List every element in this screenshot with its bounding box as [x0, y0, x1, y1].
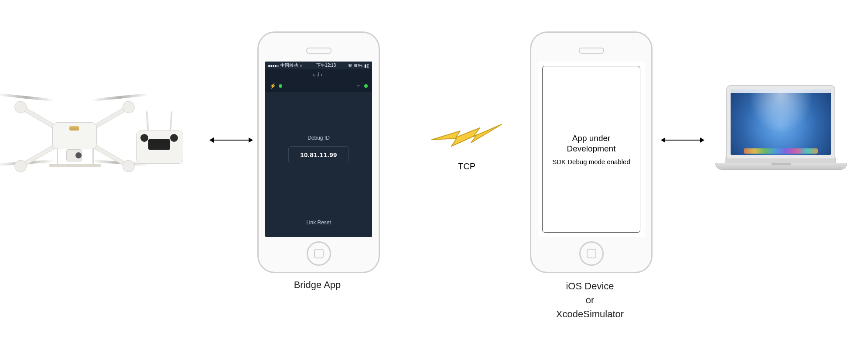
tcp-label: TCP [458, 161, 475, 172]
architecture-diagram: ●●●●○ 中国移动 ᯤ 下午12:13 ⚒ 80% ▮▯ cĴı ⚡ ᯤ [0, 0, 868, 357]
ios-caption-line2: or [530, 293, 650, 307]
phone-earpiece [306, 48, 331, 54]
signal-dots: ●●●●○ [268, 63, 279, 68]
lightning-icon [430, 116, 504, 155]
bluetooth-icon: ⚒ [348, 63, 352, 68]
dji-brand-bar: cĴı [265, 69, 372, 80]
macos-menubar [731, 89, 831, 93]
home-button[interactable] [307, 241, 331, 266]
usb-icon: ⚡ [270, 83, 276, 89]
macos-dock [744, 148, 818, 154]
macbook-icon [715, 85, 846, 170]
status-dot-icon [364, 84, 368, 88]
arrow-drone-bridge [214, 140, 249, 141]
phone-earpiece [579, 48, 604, 54]
bridge-phone: ●●●●○ 中国移动 ᯤ 下午12:13 ⚒ 80% ▮▯ cĴı ⚡ ᯤ [257, 31, 380, 273]
wifi-indicator: ᯤ [356, 83, 368, 89]
bridge-caption: Bridge App [257, 279, 377, 291]
wifi-icon: ᯤ [356, 83, 362, 89]
ios-caption: iOS Device or XcodeSimulator [530, 279, 650, 321]
connection-indicator-bar: ⚡ ᯤ [265, 80, 372, 92]
status-time: 下午12:13 [316, 62, 336, 69]
battery-icon: ▮▯ [364, 63, 369, 68]
ios-caption-line1: iOS Device [530, 279, 650, 293]
link-reset-button[interactable]: Link Reset [265, 220, 372, 226]
battery-pct: 80% [354, 63, 362, 68]
ios-status-bar: ●●●●○ 中国移动 ᯤ 下午12:13 ⚒ 80% ▮▯ [265, 62, 372, 69]
wifi-icon: ᯤ [300, 63, 304, 68]
dev-app-subtitle: SDK Debug mode enabled [552, 158, 630, 165]
remote-controller-icon [131, 111, 188, 168]
usb-indicator: ⚡ [270, 83, 282, 89]
dev-phone: App under Development SDK Debug mode ena… [530, 31, 653, 273]
carrier-label: 中国移动 [280, 62, 298, 69]
svg-marker-0 [432, 124, 502, 146]
ios-caption-line3: XcodeSimulator [530, 307, 650, 321]
status-dot-icon [279, 84, 282, 88]
dev-app-title: App under Development [548, 133, 635, 154]
debug-ip-value[interactable]: 10.81.11.99 [288, 146, 349, 163]
home-button[interactable] [579, 241, 604, 266]
arrow-dev-laptop [665, 140, 700, 141]
macos-desktop [731, 89, 831, 155]
bridge-app-screen: ●●●●○ 中国移动 ᯤ 下午12:13 ⚒ 80% ▮▯ cĴı ⚡ ᯤ [265, 62, 372, 237]
debug-id-label: Debug ID [308, 135, 330, 141]
drone-icon [13, 83, 131, 183]
dev-app-screen: App under Development SDK Debug mode ena… [538, 62, 645, 237]
